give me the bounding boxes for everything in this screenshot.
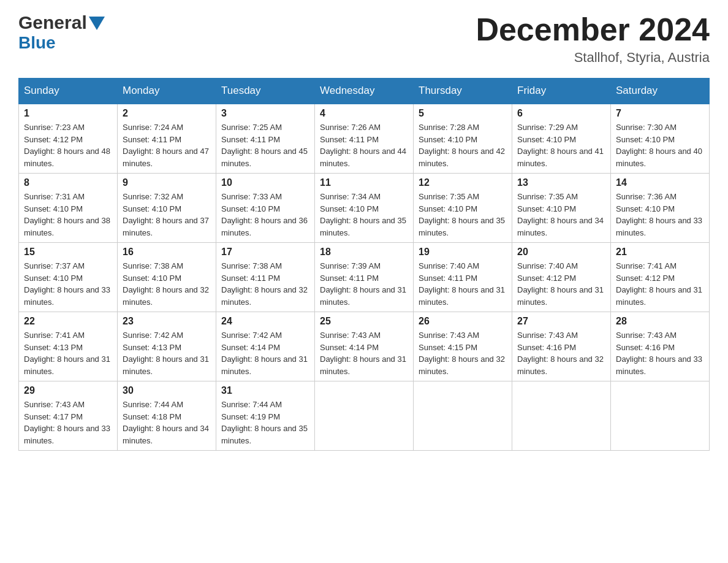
- calendar-day-cell: 29Sunrise: 7:43 AMSunset: 4:17 PMDayligh…: [19, 381, 118, 451]
- calendar-day-cell: 2Sunrise: 7:24 AMSunset: 4:11 PMDaylight…: [118, 104, 216, 174]
- calendar-day-cell: 18Sunrise: 7:39 AMSunset: 4:11 PMDayligh…: [315, 243, 414, 312]
- calendar-day-cell: [414, 381, 512, 451]
- day-info: Sunrise: 7:33 AMSunset: 4:10 PMDaylight:…: [221, 191, 309, 239]
- day-number: 25: [320, 316, 408, 327]
- calendar-day-cell: 15Sunrise: 7:37 AMSunset: 4:10 PMDayligh…: [19, 243, 118, 312]
- calendar-day-cell: 22Sunrise: 7:41 AMSunset: 4:13 PMDayligh…: [19, 312, 118, 381]
- calendar-day-cell: 30Sunrise: 7:44 AMSunset: 4:18 PMDayligh…: [118, 381, 216, 451]
- calendar-day-cell: [315, 381, 414, 451]
- day-info: Sunrise: 7:29 AMSunset: 4:10 PMDaylight:…: [517, 121, 605, 169]
- calendar-header-row: SundayMondayTuesdayWednesdayThursdayFrid…: [19, 79, 710, 104]
- day-number: 23: [123, 316, 211, 327]
- day-number: 31: [221, 385, 309, 396]
- location: Stallhof, Styria, Austria: [476, 50, 710, 66]
- calendar-day-cell: 31Sunrise: 7:44 AMSunset: 4:19 PMDayligh…: [216, 381, 315, 451]
- day-info: Sunrise: 7:32 AMSunset: 4:10 PMDaylight:…: [123, 191, 211, 239]
- header-thursday: Thursday: [414, 79, 512, 104]
- day-number: 2: [123, 108, 211, 119]
- calendar-day-cell: 5Sunrise: 7:28 AMSunset: 4:10 PMDaylight…: [414, 104, 512, 174]
- day-info: Sunrise: 7:35 AMSunset: 4:10 PMDaylight:…: [517, 191, 605, 239]
- day-number: 30: [123, 385, 211, 396]
- day-number: 12: [419, 177, 507, 188]
- day-number: 19: [419, 247, 507, 258]
- calendar-day-cell: 3Sunrise: 7:25 AMSunset: 4:11 PMDaylight…: [216, 104, 315, 174]
- calendar-day-cell: 17Sunrise: 7:38 AMSunset: 4:11 PMDayligh…: [216, 243, 315, 312]
- day-number: 8: [24, 177, 112, 188]
- header-saturday: Saturday: [611, 79, 710, 104]
- header-sunday: Sunday: [19, 79, 118, 104]
- calendar-day-cell: 9Sunrise: 7:32 AMSunset: 4:10 PMDaylight…: [118, 174, 216, 243]
- day-info: Sunrise: 7:26 AMSunset: 4:11 PMDaylight:…: [320, 121, 408, 169]
- day-number: 3: [221, 108, 309, 119]
- calendar-day-cell: 21Sunrise: 7:41 AMSunset: 4:12 PMDayligh…: [611, 243, 710, 312]
- day-number: 7: [616, 108, 704, 119]
- day-info: Sunrise: 7:30 AMSunset: 4:10 PMDaylight:…: [616, 121, 704, 169]
- calendar-day-cell: 4Sunrise: 7:26 AMSunset: 4:11 PMDaylight…: [315, 104, 414, 174]
- calendar-day-cell: 16Sunrise: 7:38 AMSunset: 4:10 PMDayligh…: [118, 243, 216, 312]
- day-info: Sunrise: 7:43 AMSunset: 4:16 PMDaylight:…: [517, 329, 605, 377]
- day-number: 28: [616, 316, 704, 327]
- day-number: 15: [24, 247, 112, 258]
- day-info: Sunrise: 7:31 AMSunset: 4:10 PMDaylight:…: [24, 191, 112, 239]
- day-number: 9: [123, 177, 211, 188]
- header-wednesday: Wednesday: [315, 79, 414, 104]
- calendar-day-cell: 27Sunrise: 7:43 AMSunset: 4:16 PMDayligh…: [512, 312, 611, 381]
- calendar-table: SundayMondayTuesdayWednesdayThursdayFrid…: [18, 78, 710, 451]
- day-number: 20: [517, 247, 605, 258]
- logo-blue-text: Blue: [18, 33, 56, 53]
- calendar-day-cell: [512, 381, 611, 451]
- calendar-day-cell: 26Sunrise: 7:43 AMSunset: 4:15 PMDayligh…: [414, 312, 512, 381]
- calendar-day-cell: 10Sunrise: 7:33 AMSunset: 4:10 PMDayligh…: [216, 174, 315, 243]
- day-number: 26: [419, 316, 507, 327]
- week-row-2: 8Sunrise: 7:31 AMSunset: 4:10 PMDaylight…: [19, 174, 710, 243]
- title-section: December 2024 Stallhof, Styria, Austria: [476, 12, 710, 66]
- calendar-day-cell: 14Sunrise: 7:36 AMSunset: 4:10 PMDayligh…: [611, 174, 710, 243]
- calendar-day-cell: 8Sunrise: 7:31 AMSunset: 4:10 PMDaylight…: [19, 174, 118, 243]
- day-info: Sunrise: 7:43 AMSunset: 4:14 PMDaylight:…: [320, 329, 408, 377]
- calendar-day-cell: 23Sunrise: 7:42 AMSunset: 4:13 PMDayligh…: [118, 312, 216, 381]
- calendar-day-cell: 24Sunrise: 7:42 AMSunset: 4:14 PMDayligh…: [216, 312, 315, 381]
- day-info: Sunrise: 7:43 AMSunset: 4:16 PMDaylight:…: [616, 329, 704, 377]
- day-number: 24: [221, 316, 309, 327]
- day-number: 16: [123, 247, 211, 258]
- day-number: 18: [320, 247, 408, 258]
- day-number: 6: [517, 108, 605, 119]
- day-info: Sunrise: 7:39 AMSunset: 4:11 PMDaylight:…: [320, 260, 408, 308]
- calendar-day-cell: 20Sunrise: 7:40 AMSunset: 4:12 PMDayligh…: [512, 243, 611, 312]
- svg-marker-0: [89, 17, 105, 30]
- calendar-day-cell: 7Sunrise: 7:30 AMSunset: 4:10 PMDaylight…: [611, 104, 710, 174]
- day-info: Sunrise: 7:44 AMSunset: 4:18 PMDaylight:…: [123, 399, 211, 446]
- day-info: Sunrise: 7:38 AMSunset: 4:11 PMDaylight:…: [221, 260, 309, 308]
- header-tuesday: Tuesday: [216, 79, 315, 104]
- day-info: Sunrise: 7:43 AMSunset: 4:17 PMDaylight:…: [24, 399, 112, 446]
- day-number: 1: [24, 108, 112, 119]
- calendar-day-cell: 19Sunrise: 7:40 AMSunset: 4:11 PMDayligh…: [414, 243, 512, 312]
- day-number: 10: [221, 177, 309, 188]
- day-number: 27: [517, 316, 605, 327]
- day-info: Sunrise: 7:40 AMSunset: 4:11 PMDaylight:…: [419, 260, 507, 308]
- day-number: 5: [419, 108, 507, 119]
- header-friday: Friday: [512, 79, 611, 104]
- month-title: December 2024: [476, 12, 710, 47]
- day-info: Sunrise: 7:37 AMSunset: 4:10 PMDaylight:…: [24, 260, 112, 308]
- day-number: 11: [320, 177, 408, 188]
- logo: General Blue: [18, 12, 105, 53]
- day-info: Sunrise: 7:41 AMSunset: 4:12 PMDaylight:…: [616, 260, 704, 308]
- week-row-4: 22Sunrise: 7:41 AMSunset: 4:13 PMDayligh…: [19, 312, 710, 381]
- day-info: Sunrise: 7:36 AMSunset: 4:10 PMDaylight:…: [616, 191, 704, 239]
- header-monday: Monday: [118, 79, 216, 104]
- calendar-day-cell: 25Sunrise: 7:43 AMSunset: 4:14 PMDayligh…: [315, 312, 414, 381]
- logo-general-text: General: [18, 12, 87, 33]
- day-info: Sunrise: 7:43 AMSunset: 4:15 PMDaylight:…: [419, 329, 507, 377]
- day-info: Sunrise: 7:24 AMSunset: 4:11 PMDaylight:…: [123, 121, 211, 169]
- calendar-day-cell: [611, 381, 710, 451]
- calendar-day-cell: 1Sunrise: 7:23 AMSunset: 4:12 PMDaylight…: [19, 104, 118, 174]
- day-number: 4: [320, 108, 408, 119]
- week-row-1: 1Sunrise: 7:23 AMSunset: 4:12 PMDaylight…: [19, 104, 710, 174]
- day-info: Sunrise: 7:42 AMSunset: 4:14 PMDaylight:…: [221, 329, 309, 377]
- day-info: Sunrise: 7:25 AMSunset: 4:11 PMDaylight:…: [221, 121, 309, 169]
- day-number: 21: [616, 247, 704, 258]
- calendar-day-cell: 28Sunrise: 7:43 AMSunset: 4:16 PMDayligh…: [611, 312, 710, 381]
- day-info: Sunrise: 7:28 AMSunset: 4:10 PMDaylight:…: [419, 121, 507, 169]
- calendar-day-cell: 11Sunrise: 7:34 AMSunset: 4:10 PMDayligh…: [315, 174, 414, 243]
